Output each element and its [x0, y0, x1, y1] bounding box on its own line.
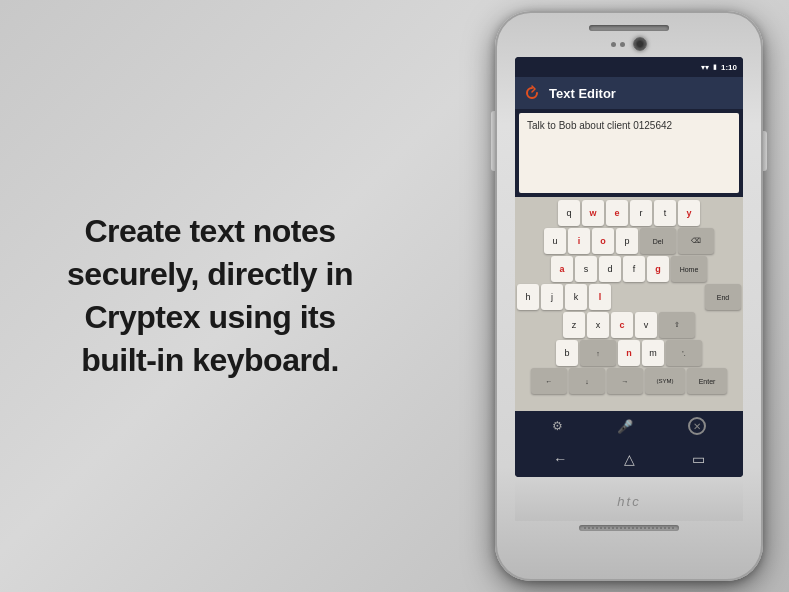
key-f[interactable]: f	[623, 256, 645, 282]
key-g[interactable]: g	[647, 256, 669, 282]
key-v[interactable]: v	[635, 312, 657, 338]
key-r[interactable]: r	[630, 200, 652, 226]
status-time: 1:10	[721, 63, 737, 72]
key-home[interactable]: Home	[671, 256, 707, 282]
back-icon[interactable]: ←	[553, 451, 567, 467]
key-t[interactable]: t	[654, 200, 676, 226]
phone-device: ▾▾ ▮ 1:10 Text Editor Talk to Bob about …	[495, 11, 763, 581]
key-del[interactable]: Del	[640, 228, 676, 254]
key-u[interactable]: u	[544, 228, 566, 254]
key-n[interactable]: n	[618, 340, 640, 366]
key-enter[interactable]: Enter	[687, 368, 727, 394]
editor-content: Talk to Bob about client 0125642	[527, 119, 731, 133]
keyboard-row-7: ← ↓ → (SYM) Enter	[517, 368, 741, 394]
microphone-icon[interactable]: 🎤	[617, 419, 633, 434]
phone-mockup-section: ▾▾ ▮ 1:10 Text Editor Talk to Bob about …	[469, 0, 789, 592]
keyboard-row-2: u i o p Del ⌫	[517, 228, 741, 254]
key-e[interactable]: e	[606, 200, 628, 226]
sensor-dot-1	[611, 42, 616, 47]
key-c[interactable]: c	[611, 312, 633, 338]
key-p[interactable]: p	[616, 228, 638, 254]
key-left[interactable]: ←	[531, 368, 567, 394]
key-a[interactable]: a	[551, 256, 573, 282]
navigation-bar: ← △ ▭	[515, 441, 743, 477]
key-shift[interactable]: ⇧	[659, 312, 695, 338]
keyboard-row-5: z x c v ⇧	[517, 312, 741, 338]
wifi-icon: ▾▾	[701, 63, 709, 72]
recent-apps-icon[interactable]: ▭	[692, 451, 705, 467]
close-icon[interactable]: ✕	[688, 417, 706, 435]
text-editor-area[interactable]: Talk to Bob about client 0125642	[519, 113, 739, 193]
key-i[interactable]: i	[568, 228, 590, 254]
key-m[interactable]: m	[642, 340, 664, 366]
front-camera	[633, 37, 647, 51]
phone-bottom-bar: htc	[515, 481, 743, 521]
key-sym[interactable]: (SYM)	[645, 368, 685, 394]
sensor-dot-2	[620, 42, 625, 47]
key-b[interactable]: b	[556, 340, 578, 366]
key-backspace[interactable]: ⌫	[678, 228, 714, 254]
phone-top-area	[611, 37, 647, 51]
app-bar: Text Editor	[515, 77, 743, 109]
key-up[interactable]: ↑	[580, 340, 616, 366]
key-right[interactable]: →	[607, 368, 643, 394]
brand-label: htc	[617, 494, 640, 509]
key-l[interactable]: l	[589, 284, 611, 310]
key-d[interactable]: d	[599, 256, 621, 282]
promo-text: Create text notes securely, directly in …	[67, 210, 353, 383]
key-end[interactable]: End	[705, 284, 741, 310]
key-z[interactable]: z	[563, 312, 585, 338]
key-comma[interactable]: '.	[666, 340, 702, 366]
key-q[interactable]: q	[558, 200, 580, 226]
app-title: Text Editor	[549, 86, 616, 101]
key-j[interactable]: j	[541, 284, 563, 310]
keyboard-row-4: h j k l End	[517, 284, 741, 310]
key-y[interactable]: y	[678, 200, 700, 226]
promo-section: Create text notes securely, directly in …	[0, 170, 420, 423]
speaker-top	[589, 25, 669, 31]
speaker-bottom	[579, 525, 679, 531]
battery-icon: ▮	[713, 63, 717, 71]
status-bar: ▾▾ ▮ 1:10	[515, 57, 743, 77]
key-k[interactable]: k	[565, 284, 587, 310]
keyboard-row-6: b ↑ n m '.	[517, 340, 741, 366]
key-h[interactable]: h	[517, 284, 539, 310]
home-icon[interactable]: △	[624, 451, 635, 467]
keyboard-row-1: q w e r t y	[517, 200, 741, 226]
key-down[interactable]: ↓	[569, 368, 605, 394]
phone-screen: ▾▾ ▮ 1:10 Text Editor Talk to Bob about …	[515, 57, 743, 477]
app-icon	[523, 84, 541, 102]
key-w[interactable]: w	[582, 200, 604, 226]
settings-icon[interactable]: ⚙	[552, 419, 563, 433]
keyboard-row-3: a s d f g Home	[517, 256, 741, 282]
front-sensors	[611, 42, 625, 47]
key-o[interactable]: o	[592, 228, 614, 254]
key-x[interactable]: x	[587, 312, 609, 338]
keyboard-toolbar: ⚙ 🎤 ✕	[515, 411, 743, 441]
keyboard: q w e r t y u i o p Del ⌫	[515, 197, 743, 411]
phone-bottom-area: htc	[515, 481, 743, 541]
key-s[interactable]: s	[575, 256, 597, 282]
